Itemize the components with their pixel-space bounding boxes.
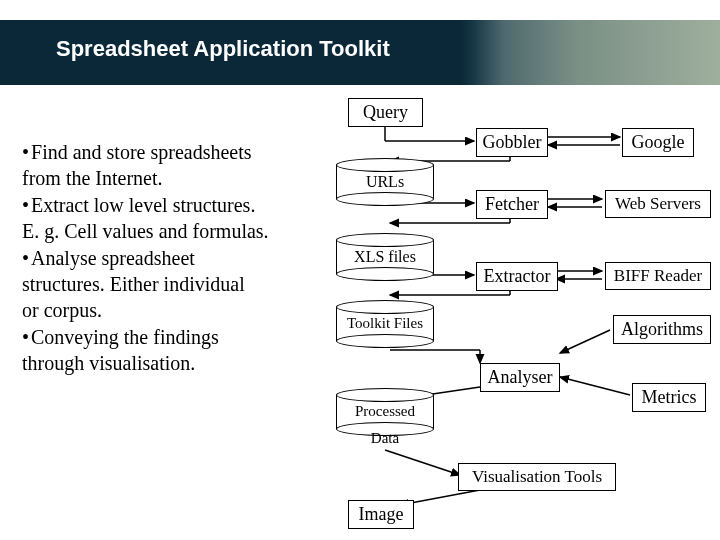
bullet-lead: Find and store spreadsheets [22,140,332,166]
bullet-sub: E. g. Cell values and formulas. [22,219,332,245]
bullet-item: Extract low level structures. E. g. Cell… [22,193,332,244]
cyl-label-sub: Data [336,430,434,447]
bullet-sub: from the Internet. [22,166,332,192]
cyl-label: XLS files [336,248,434,266]
bullet-sub: or corpus. [22,298,332,324]
svg-line-16 [560,330,610,353]
cyl-label: URLs [336,173,434,191]
box-extractor: Extractor [476,262,558,291]
box-webservers: Web Servers [605,190,711,218]
bullet-lead: Conveying the findings [22,325,332,351]
cyl-processed: Processed Data [336,395,434,429]
cyl-toolkit: Toolkit Files [336,307,434,341]
bullet-lead: Extract low level structures. [22,193,332,219]
box-analyser: Analyser [480,363,560,392]
box-google: Google [622,128,694,157]
bullet-item: Analyse spreadsheet structures. Either i… [22,246,332,323]
box-image: Image [348,500,414,529]
bullet-sub: structures. Either individual [22,272,332,298]
cyl-xls: XLS files [336,240,434,274]
svg-line-21 [385,450,460,475]
box-query: Query [348,98,423,127]
page-title: Spreadsheet Application Toolkit [56,36,390,62]
bullet-lead: Analyse spreadsheet [22,246,332,272]
box-biff: BIFF Reader [605,262,711,290]
box-metrics: Metrics [632,383,706,412]
box-algorithms: Algorithms [613,315,711,344]
bullet-item: Find and store spreadsheets from the Int… [22,140,332,191]
box-gobbler: Gobbler [476,128,548,157]
cyl-label: Processed [336,403,434,420]
bullet-list: Find and store spreadsheets from the Int… [22,140,332,378]
box-vistools: Visualisation Tools [458,463,616,491]
pipeline-diagram: Query Gobbler Google URLs Fetcher Web Se… [330,95,710,520]
svg-line-19 [560,377,630,395]
cyl-urls: URLs [336,165,434,199]
box-fetcher: Fetcher [476,190,548,219]
bullet-sub: through visualisation. [22,351,332,377]
bullet-item: Conveying the findings through visualisa… [22,325,332,376]
cyl-label: Toolkit Files [336,315,434,332]
